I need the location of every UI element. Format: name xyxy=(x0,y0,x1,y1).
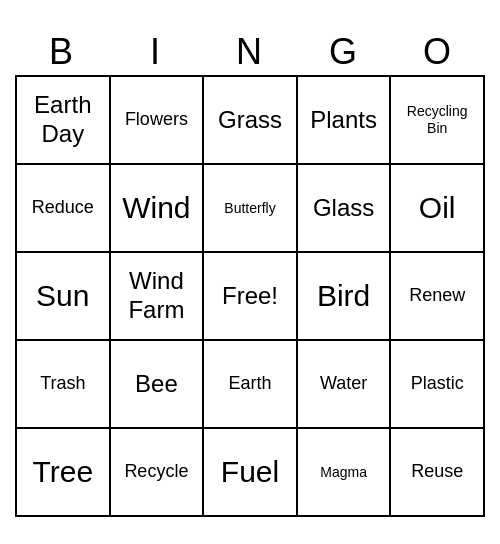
bingo-cell: Plants xyxy=(298,77,392,165)
header-letter: N xyxy=(203,27,297,75)
bingo-header: BINGO xyxy=(15,27,485,75)
bingo-cell: Wind Farm xyxy=(111,253,205,341)
bingo-cell: Sun xyxy=(17,253,111,341)
bingo-cell: Butterfly xyxy=(204,165,298,253)
bingo-cell: Bee xyxy=(111,341,205,429)
bingo-cell: Tree xyxy=(17,429,111,517)
bingo-card: BINGO Earth DayFlowersGrassPlantsRecycli… xyxy=(15,27,485,517)
bingo-cell: Glass xyxy=(298,165,392,253)
bingo-cell: Magma xyxy=(298,429,392,517)
bingo-cell: Plastic xyxy=(391,341,485,429)
bingo-cell: Grass xyxy=(204,77,298,165)
bingo-cell: Fuel xyxy=(204,429,298,517)
bingo-cell: Reuse xyxy=(391,429,485,517)
bingo-cell: Recycling Bin xyxy=(391,77,485,165)
bingo-cell: Renew xyxy=(391,253,485,341)
bingo-cell: Wind xyxy=(111,165,205,253)
bingo-cell: Reduce xyxy=(17,165,111,253)
bingo-cell: Oil xyxy=(391,165,485,253)
header-letter: I xyxy=(109,27,203,75)
bingo-cell: Flowers xyxy=(111,77,205,165)
bingo-cell: Free! xyxy=(204,253,298,341)
bingo-cell: Bird xyxy=(298,253,392,341)
bingo-cell: Recycle xyxy=(111,429,205,517)
bingo-grid: Earth DayFlowersGrassPlantsRecycling Bin… xyxy=(15,75,485,517)
bingo-cell: Water xyxy=(298,341,392,429)
bingo-cell: Earth xyxy=(204,341,298,429)
header-letter: O xyxy=(391,27,485,75)
header-letter: B xyxy=(15,27,109,75)
bingo-cell: Earth Day xyxy=(17,77,111,165)
bingo-cell: Trash xyxy=(17,341,111,429)
header-letter: G xyxy=(297,27,391,75)
